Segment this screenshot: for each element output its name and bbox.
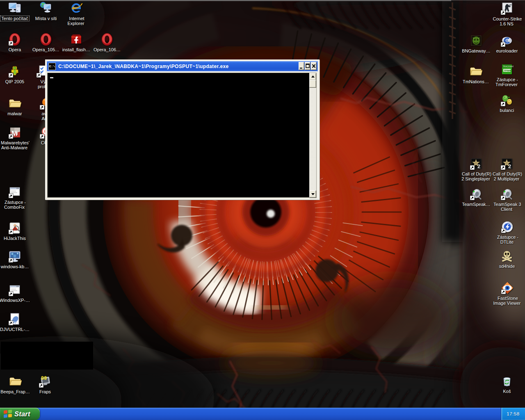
svg-text:99: 99 — [41, 376, 47, 381]
svg-text:TRACKMANIA: TRACKMANIA — [503, 65, 514, 68]
svg-text:P: P — [16, 71, 18, 75]
svg-text:T: T — [16, 130, 19, 136]
svg-text:2: 2 — [477, 163, 480, 169]
svg-text:2: 2 — [508, 163, 511, 169]
svg-text:7PINN: 7PINN — [504, 69, 511, 72]
